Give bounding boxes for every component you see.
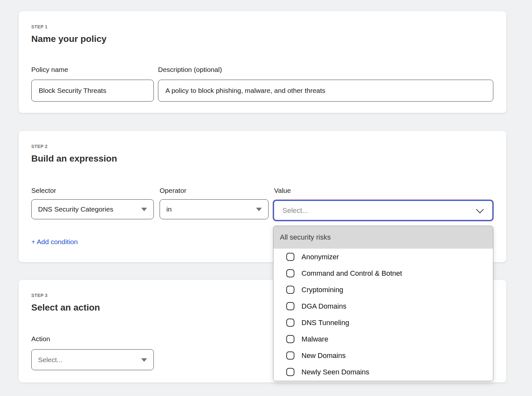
value-dropdown-panel: All security risks AnonymizerCommand and… bbox=[273, 226, 493, 381]
dropdown-option[interactable]: DGA Domains bbox=[273, 298, 493, 314]
option-label: DGA Domains bbox=[301, 302, 346, 311]
dropdown-option[interactable]: New Domains bbox=[273, 347, 493, 364]
action-placeholder: Select... bbox=[38, 356, 63, 364]
caret-down-icon bbox=[141, 358, 147, 362]
dropdown-option[interactable]: Cryptomining bbox=[273, 282, 493, 298]
policy-name-input[interactable] bbox=[31, 80, 154, 102]
selector-label: Selector bbox=[31, 186, 56, 195]
action-select[interactable]: Select... bbox=[31, 349, 154, 370]
option-checkbox[interactable] bbox=[286, 335, 294, 343]
action-label: Action bbox=[31, 335, 50, 343]
dropdown-option[interactable]: Malware bbox=[273, 331, 493, 347]
dropdown-option[interactable]: DNS Tunneling bbox=[273, 314, 493, 331]
operator-select[interactable]: in bbox=[160, 199, 269, 219]
policy-builder-page: STEP 1 Name your policy Policy name Desc… bbox=[0, 0, 532, 396]
option-checkbox[interactable] bbox=[286, 368, 294, 376]
chevron-down-icon bbox=[476, 205, 484, 213]
description-input[interactable] bbox=[158, 80, 493, 102]
value-combobox[interactable]: Select... bbox=[273, 200, 493, 221]
step3-label: STEP 3 bbox=[31, 293, 47, 298]
option-label: New Domains bbox=[301, 351, 346, 360]
step1-title: Name your policy bbox=[31, 34, 106, 44]
option-checkbox[interactable] bbox=[286, 302, 294, 310]
step2-title: Build an expression bbox=[31, 153, 117, 164]
operator-label: Operator bbox=[160, 186, 186, 195]
option-label: Newly Seen Domains bbox=[301, 368, 369, 376]
step1-label: STEP 1 bbox=[31, 24, 47, 29]
option-label: Command and Control & Botnet bbox=[301, 269, 402, 278]
option-label: DNS Tunneling bbox=[301, 319, 349, 327]
option-label: Cryptomining bbox=[301, 286, 343, 294]
policy-name-label: Policy name bbox=[31, 65, 68, 74]
add-condition-link[interactable]: + Add condition bbox=[31, 238, 78, 246]
selector-value: DNS Security Categories bbox=[38, 205, 113, 213]
option-checkbox[interactable] bbox=[286, 286, 294, 294]
value-label: Value bbox=[274, 186, 291, 195]
dropdown-option[interactable]: Anonymizer bbox=[273, 249, 493, 265]
caret-down-icon bbox=[256, 208, 262, 211]
step1-card: STEP 1 Name your policy Policy name Desc… bbox=[19, 11, 506, 113]
step2-label: STEP 2 bbox=[31, 144, 47, 149]
selector-select[interactable]: DNS Security Categories bbox=[31, 199, 154, 219]
option-checkbox[interactable] bbox=[286, 253, 294, 261]
option-label: Anonymizer bbox=[301, 253, 339, 261]
option-checkbox[interactable] bbox=[286, 351, 294, 360]
step3-title: Select an action bbox=[31, 302, 100, 313]
caret-down-icon bbox=[141, 208, 147, 211]
option-checkbox[interactable] bbox=[286, 319, 294, 327]
dropdown-option[interactable]: Command and Control & Botnet bbox=[273, 265, 493, 282]
description-label: Description (optional) bbox=[158, 65, 222, 74]
option-checkbox[interactable] bbox=[286, 269, 294, 277]
dropdown-group-header: All security risks bbox=[273, 226, 493, 249]
operator-value: in bbox=[166, 205, 172, 213]
value-placeholder: Select... bbox=[282, 206, 308, 215]
option-label: Malware bbox=[301, 335, 328, 343]
dropdown-option[interactable]: Newly Seen Domains bbox=[273, 364, 493, 380]
dropdown-option-list: AnonymizerCommand and Control & BotnetCr… bbox=[273, 249, 493, 380]
